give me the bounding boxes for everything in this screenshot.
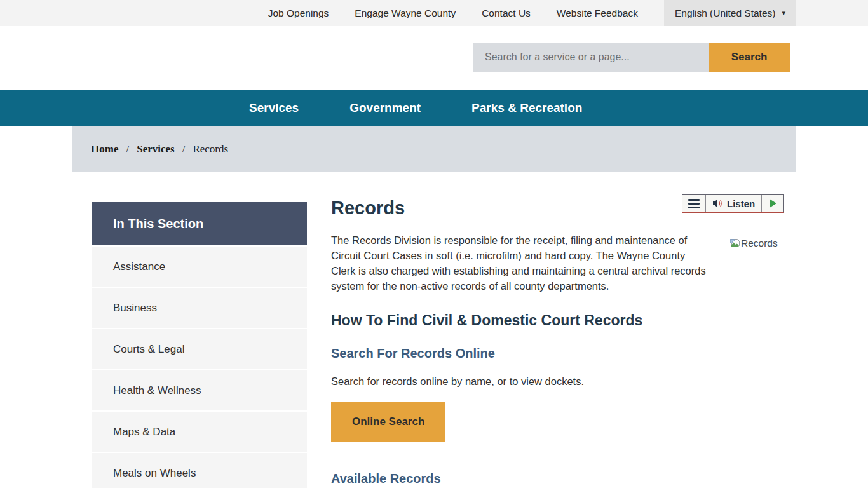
sidebar-item-business[interactable]: Business [92,288,307,328]
listen-widget: Listen [682,194,784,213]
topbar-link-job-openings[interactable]: Job Openings [268,8,329,19]
listen-play-button[interactable] [761,195,783,212]
search-description: Search for records online by name, or to… [331,376,584,388]
nav-item-government[interactable]: Government [349,101,421,115]
header-search-group: Search [473,43,790,72]
topbar-link-website-feedback[interactable]: Website Feedback [557,8,638,19]
online-search-button[interactable]: Online Search [331,402,445,442]
breadcrumb-separator: / [182,143,186,156]
listen-button[interactable]: Listen [706,195,761,212]
sidebar-item-maps-data[interactable]: Maps & Data [92,412,307,452]
chevron-down-icon: ▾ [782,9,785,17]
search-button[interactable]: Search [709,43,790,72]
speaker-icon [712,198,723,208]
listen-menu-button[interactable] [682,195,706,212]
breadcrumb: Home / Services / Records [72,126,796,172]
language-selector-label: English (United States) [675,8,776,19]
intro-paragraph: The Records Division is responsible for … [331,233,710,294]
image-alt-text: Records [741,238,778,249]
sidebar-item-assistance[interactable]: Assistance [92,247,307,287]
topbar-link-engage-wayne-county[interactable]: Engage Wayne County [355,8,456,19]
breadcrumb-home[interactable]: Home [91,143,118,156]
main-navigation: Services Government Parks & Recreation [0,90,868,126]
sidebar-item-health-wellness[interactable]: Health & Wellness [92,370,307,410]
section-sidebar: In This Section Assistance Business Cour… [92,202,307,488]
page: Job Openings Engage Wayne County Contact… [0,0,868,488]
breadcrumb-current-records: Records [193,143,228,156]
nav-item-parks-recreation[interactable]: Parks & Recreation [471,101,582,115]
sub-heading-available-records: Available Records [331,471,441,486]
sidebar-item-meals-on-wheels[interactable]: Meals on Wheels [92,453,307,488]
top-utility-bar: Job Openings Engage Wayne County Contact… [0,0,868,26]
broken-image-icon [729,238,740,249]
sub-heading-search-online: Search For Records Online [331,346,495,361]
records-image-broken: Records [729,238,778,249]
menu-icon [688,199,700,201]
sidebar-title: In This Section [92,202,307,245]
language-selector[interactable]: English (United States) ▾ [664,0,796,26]
breadcrumb-services[interactable]: Services [137,143,174,156]
sidebar-item-courts-legal[interactable]: Courts & Legal [92,329,307,369]
page-title: Records [331,198,405,219]
listen-label: Listen [727,198,755,209]
topbar-link-contact-us[interactable]: Contact Us [482,8,531,19]
play-icon [770,199,776,208]
section-heading: How To Find Civil & Domestic Court Recor… [331,312,642,329]
breadcrumb-separator: / [126,143,129,156]
search-input[interactable] [473,43,709,72]
nav-item-services[interactable]: Services [249,101,299,115]
